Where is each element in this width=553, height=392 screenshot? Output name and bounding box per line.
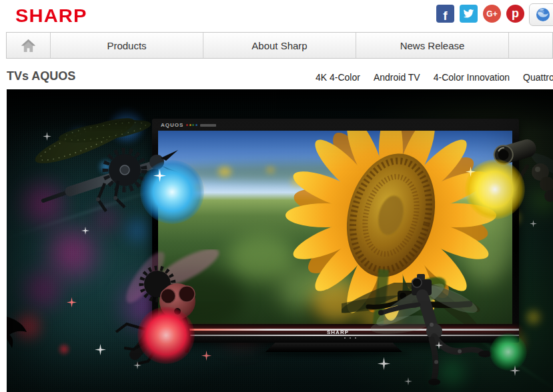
main-nav: Products About Sharp News Release <box>6 32 553 59</box>
sharp-aquos-page: SHARP f G+ p Products About S <box>0 0 553 392</box>
four-color-dots-icon <box>186 124 197 126</box>
subnav-link-4k-4-color[interactable]: 4K 4-Color <box>316 72 360 83</box>
facebook-icon[interactable]: f <box>436 5 454 23</box>
subnav-link-4-color-innovation[interactable]: 4-Color Innovation <box>434 72 510 83</box>
bokeh-blue <box>109 109 144 143</box>
tv-logo-tagline <box>200 124 216 127</box>
bokeh-green <box>526 181 553 220</box>
tv-indicator-leds <box>344 337 356 339</box>
bokeh-blue <box>68 125 91 148</box>
hero-banner[interactable]: AQUOS <box>7 89 553 392</box>
subnav-link-quattron-pro[interactable]: Quattron Pro <box>523 72 553 83</box>
header: SHARP f G+ p <box>0 0 553 32</box>
google-plus-icon[interactable]: G+ <box>483 5 501 23</box>
bokeh-red <box>57 343 71 356</box>
nav-item-about-sharp[interactable]: About Sharp <box>203 33 356 58</box>
pinterest-icon[interactable]: p <box>506 5 524 23</box>
tv-stand <box>265 343 402 352</box>
tv-bottom-bezel: SHARP <box>152 324 519 343</box>
tv-aquos-logo: AQUOS <box>161 122 216 128</box>
social-bar: f G+ p <box>436 5 530 23</box>
home-icon <box>21 39 36 53</box>
tv-screen-sunflower-scene <box>158 131 512 324</box>
bokeh-yellow <box>523 307 544 328</box>
nav-filler-cell <box>509 33 552 58</box>
bokeh-red <box>9 308 47 345</box>
globe-icon <box>535 7 551 23</box>
subnav-link-android-tv[interactable]: Android TV <box>374 72 420 83</box>
bokeh-purple <box>85 199 127 240</box>
nav-item-news-release[interactable]: News Release <box>356 33 509 58</box>
bokeh-blue <box>98 159 114 175</box>
subnav-links: 4K 4-Color Android TV 4-Color Innovation… <box>316 72 553 83</box>
aquos-tv: AQUOS <box>152 119 519 343</box>
twitter-bird-icon <box>463 8 474 19</box>
nav-home-button[interactable] <box>7 33 51 58</box>
sharp-logo[interactable]: SHARP <box>15 6 87 27</box>
tv-stand-shadow <box>257 351 410 356</box>
language-selector-button[interactable] <box>529 3 553 26</box>
nav-item-products[interactable]: Products <box>51 33 203 58</box>
page-title: TVs AQUOS <box>7 69 75 83</box>
tv-sharp-logo: SHARP <box>327 329 349 335</box>
twitter-icon[interactable] <box>460 5 478 23</box>
bokeh-green <box>431 353 472 392</box>
